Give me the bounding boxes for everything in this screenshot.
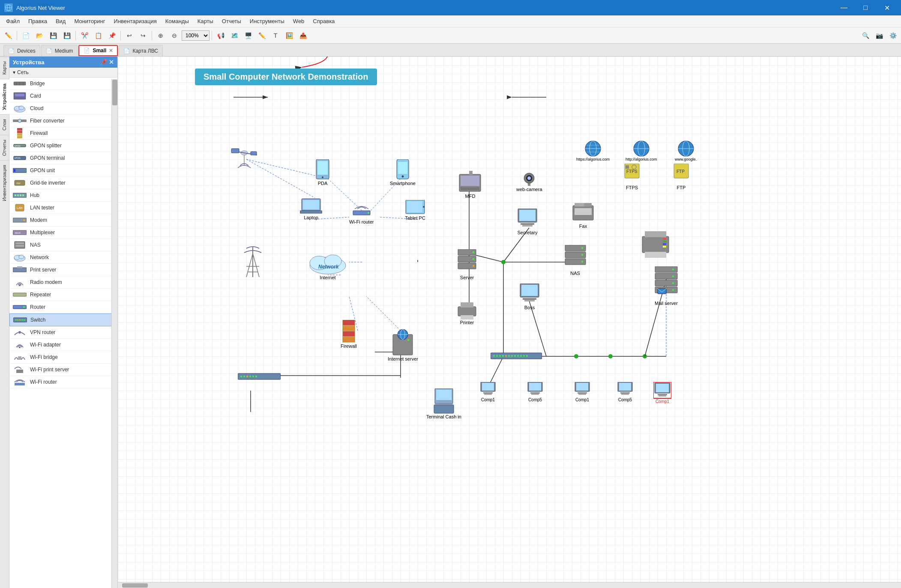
node-printer-big[interactable]	[641, 228, 671, 258]
tool-new[interactable]: 📄	[19, 30, 32, 42]
node-switch-bottom[interactable]	[238, 373, 281, 380]
node-printer[interactable]: Printer	[456, 301, 478, 325]
menu-edit[interactable]: Правка	[24, 16, 51, 26]
tool-edit[interactable]: ✏️	[2, 30, 15, 42]
menu-commands[interactable]: Команды	[161, 16, 193, 26]
menu-help[interactable]: Справка	[308, 16, 339, 26]
node-comp5a[interactable]: Comp5	[527, 382, 543, 402]
sidebar-item-switch[interactable]: Switch	[9, 313, 117, 326]
node-internet-cloud[interactable]: Network Internet	[306, 249, 349, 280]
node-smartphone[interactable]: Smartphone	[390, 159, 416, 186]
tab-small-close[interactable]: ✕	[109, 48, 113, 54]
tool-export[interactable]: 📤	[296, 30, 309, 42]
tool-text[interactable]: T	[269, 30, 282, 42]
node-fax[interactable]: Fax	[572, 202, 594, 229]
side-tab-inventory[interactable]: Инвентаризация	[0, 160, 9, 206]
side-tab-devices[interactable]: Устройства	[0, 79, 9, 114]
tab-lan[interactable]: 📄 Карта ЛВС	[119, 45, 163, 56]
tool-open[interactable]: 📂	[33, 30, 46, 42]
menu-monitoring[interactable]: Мониторинг	[70, 16, 109, 26]
canvas-area[interactable]: Small Computer Network Demonstration	[118, 57, 901, 582]
node-pda[interactable]: PDA	[315, 159, 330, 186]
node-firewall[interactable]: Firewall	[341, 320, 357, 349]
sidebar-item-hub[interactable]: Hub	[9, 189, 117, 202]
node-switch-main[interactable]	[491, 352, 542, 360]
maximize-button[interactable]: □	[856, 0, 875, 15]
node-comp1c[interactable]: Comp1	[653, 382, 671, 404]
sidebar-item-cloud[interactable]: Cloud	[9, 102, 117, 115]
tool-map[interactable]: 🗺️	[228, 30, 241, 42]
node-wifi-router[interactable]: Wi-Fi router	[349, 202, 374, 224]
tab-small[interactable]: 📄 Small ✕	[78, 45, 118, 56]
tool-save2[interactable]: 💾	[60, 30, 73, 42]
tool-broadcast[interactable]: 📢	[214, 30, 227, 42]
node-ftps[interactable]: FTPS FTPS	[621, 164, 643, 190]
node-url2[interactable]: http://algorius.com	[626, 140, 657, 161]
sidebar-item-nas[interactable]: NAS	[9, 239, 117, 251]
menu-web[interactable]: Web	[289, 16, 309, 26]
menu-file[interactable]: Файл	[2, 16, 24, 26]
menu-view[interactable]: Вид	[51, 16, 70, 26]
node-comp1a[interactable]: Comp1	[480, 382, 496, 402]
node-radio-tower[interactable]	[242, 245, 263, 279]
sidebar-item-gpon-split[interactable]: GPON GPON splitter	[9, 140, 117, 152]
sidebar-item-vpn-router[interactable]: VPN router	[9, 326, 117, 339]
sidebar-section-network[interactable]: ▾ Сеть	[9, 68, 117, 78]
tool-zoom-in[interactable]: ⊕	[154, 30, 167, 42]
sidebar-item-wifi-adapter[interactable]: Wi-Fi adapter	[9, 339, 117, 351]
sidebar-item-router[interactable]: Router	[9, 301, 117, 313]
tab-devices[interactable]: 📄 Devices	[3, 45, 40, 56]
tool-save[interactable]: 💾	[47, 30, 60, 42]
node-satellite[interactable]	[229, 142, 259, 172]
tool-search[interactable]: 🔍	[859, 30, 872, 42]
sidebar-item-grid-tie[interactable]: INV Grid-tie inverter	[9, 177, 117, 189]
tool-undo[interactable]: ↩	[123, 30, 136, 42]
node-boss[interactable]: Boss	[518, 284, 541, 310]
node-ftp[interactable]: FTP FTP	[671, 164, 692, 190]
sidebar-item-network[interactable]: Network	[9, 251, 117, 264]
tool-edit2[interactable]: ✏️	[255, 30, 268, 42]
tool-copy[interactable]: 📋	[92, 30, 105, 42]
sidebar-item-bridge[interactable]: Bridge	[9, 78, 117, 90]
node-mail-server[interactable]: Mail server	[653, 266, 679, 306]
sidebar-item-repeater[interactable]: Repeater	[9, 289, 117, 301]
tool-cut[interactable]: ✂️	[78, 30, 91, 42]
minimize-button[interactable]: —	[834, 0, 854, 15]
sidebar-item-wifi-router[interactable]: Wi-Fi router	[9, 376, 117, 388]
sidebar-close-button[interactable]: ✕	[109, 59, 114, 66]
sidebar-item-modem[interactable]: Modem	[9, 214, 117, 227]
node-comp5b[interactable]: Comp5	[617, 382, 633, 402]
horizontal-scrollbar[interactable]	[118, 582, 901, 588]
sidebar-item-wifi-bridge[interactable]: Wi-Fi bridge	[9, 351, 117, 364]
node-url1[interactable]: https://algorius.com	[576, 140, 610, 161]
side-tab-reports[interactable]: Отчеты	[0, 135, 9, 160]
tool-zoom-out[interactable]: ⊖	[168, 30, 181, 42]
node-url3[interactable]: www.google.	[675, 140, 697, 161]
menu-tools[interactable]: Инструменты	[245, 16, 289, 26]
node-comp1b[interactable]: Comp1	[574, 382, 590, 402]
tool-img[interactable]: 🖼️	[283, 30, 296, 42]
sidebar-scrollbar[interactable]	[111, 79, 117, 588]
sidebar-item-wifi-print[interactable]: Wi-Fi print server	[9, 364, 117, 376]
tool-camera[interactable]: 📷	[873, 30, 886, 42]
sidebar-pin-button[interactable]: 📌	[100, 59, 107, 66]
zoom-select[interactable]: 100% 50% 75% 125% 150% 200%	[182, 30, 210, 41]
menu-reports[interactable]: Отчеты	[218, 16, 245, 26]
sidebar-item-gpon-term[interactable]: GPON GPON terminal	[9, 152, 117, 164]
node-laptop[interactable]: Laptop	[300, 198, 322, 220]
sidebar-item-card[interactable]: Card	[9, 90, 117, 102]
sidebar-item-radio-modem[interactable]: Radio modem	[9, 276, 117, 289]
tool-redo[interactable]: ↪	[137, 30, 150, 42]
tool-settings[interactable]: ⚙️	[886, 30, 899, 42]
side-tab-maps[interactable]: Карты	[0, 57, 9, 79]
node-mfd[interactable]: MFD	[458, 170, 482, 199]
node-tablet[interactable]: Tablet PC	[405, 200, 425, 221]
node-server[interactable]: Server	[456, 249, 478, 280]
sidebar-item-gpon-unit[interactable]: GPON unit	[9, 164, 117, 177]
node-webcam[interactable]: web-camera	[516, 172, 542, 192]
menu-maps[interactable]: Карты	[193, 16, 218, 26]
sidebar-item-firewall[interactable]: Firewall	[9, 127, 117, 140]
side-tab-layers[interactable]: Слои	[0, 114, 9, 135]
sidebar-item-lan-test[interactable]: LAN LAN tester	[9, 202, 117, 214]
tool-monitor[interactable]: 🖥️	[242, 30, 254, 42]
